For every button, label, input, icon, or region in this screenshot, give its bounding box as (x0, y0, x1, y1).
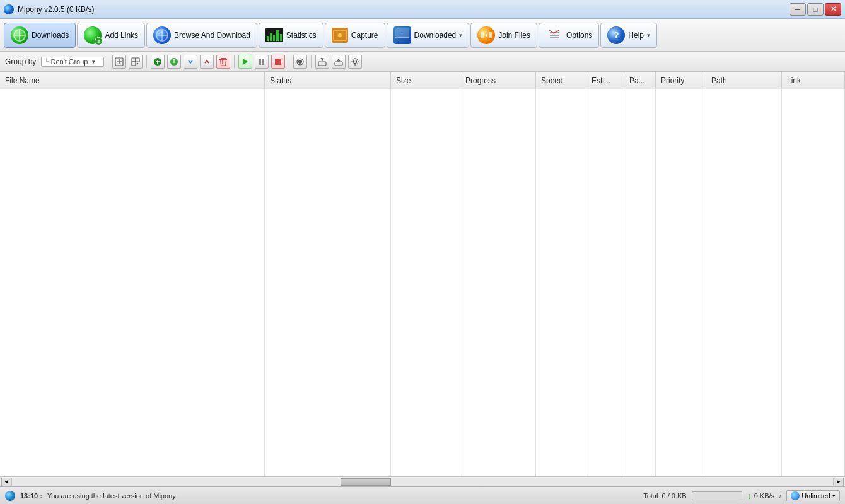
joinfiles-icon: ⟩ (477, 26, 495, 44)
col-header-parts[interactable]: Pa... (624, 72, 656, 89)
svg-rect-28 (318, 62, 326, 66)
statistics-button[interactable]: Statistics (259, 23, 323, 48)
move-down-button[interactable] (184, 55, 197, 69)
statistics-label: Statistics (286, 31, 317, 40)
downloaded-dropdown-arrow[interactable]: ▾ (459, 32, 462, 38)
help-icon: ? (607, 26, 625, 44)
col-header-filename[interactable]: File Name (0, 72, 265, 89)
total-progress-bar (692, 491, 742, 500)
group-by-value: Don't Group (50, 58, 88, 66)
add-url-button[interactable] (167, 55, 181, 69)
col-header-size[interactable]: Size (391, 72, 460, 89)
svg-rect-23 (259, 59, 261, 65)
svg-marker-22 (243, 59, 248, 65)
col-header-estimated[interactable]: Esti... (586, 72, 624, 89)
group-by-dropdown[interactable]: └ Don't Group ▾ (41, 57, 104, 67)
sub-toolbar-separator-5 (311, 55, 312, 68)
downloaded-label: Downloaded (414, 31, 457, 40)
status-icon (5, 491, 15, 501)
capture-icon (332, 28, 348, 43)
speed-arrow-icon: ↓ (747, 491, 752, 501)
add-links-icon: + (84, 26, 102, 44)
options-icon (545, 26, 563, 44)
minimize-button[interactable]: ─ (790, 3, 806, 16)
help-dropdown-arrow[interactable]: ▾ (647, 32, 650, 38)
downloads-label: Downloads (32, 31, 69, 40)
column-headers: File Name Status Size Progress Speed Est… (0, 72, 845, 89)
total-label: Total: 0 / 0 KB (643, 492, 686, 500)
downloaded-icon: ↓ (393, 26, 411, 44)
options-label: Options (566, 31, 592, 40)
add-group-button[interactable] (112, 55, 126, 69)
status-time: 13:10 : (20, 492, 42, 500)
move-up-button[interactable] (200, 55, 214, 69)
svg-point-27 (298, 60, 302, 64)
col-header-path[interactable]: Path (706, 72, 782, 89)
pause-all-button[interactable] (255, 55, 269, 69)
settings2-button[interactable] (348, 55, 362, 69)
col-header-link[interactable]: Link (782, 72, 845, 89)
col-header-status[interactable]: Status (265, 72, 391, 89)
unlimited-dropdown-arrow: ▾ (832, 493, 836, 499)
record-button[interactable] (293, 55, 307, 69)
col-header-progress[interactable]: Progress (460, 72, 536, 89)
horizontal-scrollbar[interactable]: ◄ ► (0, 476, 845, 486)
title-controls: ─ □ ✕ (790, 3, 841, 16)
capture-button[interactable]: Capture (325, 23, 385, 48)
help-button[interactable]: ? Help ▾ (600, 23, 657, 48)
speed-divider: / (779, 492, 781, 500)
title-bar: Mipony v2.0.5 (0 KB/s) ─ □ ✕ (0, 0, 845, 19)
sub-toolbar-separator-3 (234, 55, 235, 68)
svg-point-32 (354, 60, 357, 63)
sub-toolbar-separator-2 (146, 55, 147, 68)
svg-rect-9 (136, 58, 139, 62)
col-header-priority[interactable]: Priority (656, 72, 706, 89)
export-button[interactable] (315, 55, 329, 69)
svg-rect-8 (132, 58, 136, 62)
add-download-button[interactable] (151, 55, 165, 69)
sub-toolbar: Group by └ Don't Group ▾ (0, 52, 845, 72)
join-files-button[interactable]: ⟩ Join Files (470, 23, 537, 48)
delete-button[interactable] (216, 55, 230, 69)
group-by-arrow: ▾ (92, 59, 95, 65)
group-by-label: Group by (5, 57, 36, 66)
unlimited-label: Unlimited (801, 492, 830, 500)
browse-icon (153, 26, 171, 44)
col-header-speed[interactable]: Speed (536, 72, 586, 89)
close-button[interactable]: ✕ (825, 3, 841, 16)
options-button[interactable]: Options (539, 23, 599, 48)
unlimited-icon (791, 491, 800, 500)
stats-icon (265, 28, 283, 42)
downloads-button[interactable]: Downloads (4, 23, 76, 48)
maximize-button[interactable]: □ (807, 3, 824, 16)
scroll-left-button[interactable]: ◄ (1, 478, 11, 486)
downloaded-button[interactable]: ↓ Downloaded ▾ (387, 23, 470, 48)
import-button[interactable] (332, 55, 346, 69)
svg-rect-24 (262, 59, 264, 65)
scroll-track[interactable] (11, 478, 834, 486)
add-links-label: Add Links (105, 31, 138, 40)
join-files-label: Join Files (498, 31, 530, 40)
help-label: Help (628, 31, 644, 40)
browse-download-button[interactable]: Browse And Download (146, 23, 257, 48)
title-text: Mipony v2.0.5 (0 KB/s) (18, 5, 94, 14)
scroll-thumb[interactable] (341, 478, 391, 486)
scroll-right-button[interactable]: ► (834, 478, 844, 486)
resume-all-button[interactable] (238, 55, 252, 69)
add-links-button[interactable]: + Add Links (77, 23, 145, 48)
stop-all-button[interactable] (271, 55, 285, 69)
title-bar-left: Mipony v2.0.5 (0 KB/s) (4, 4, 94, 14)
remove-group-button[interactable] (129, 55, 143, 69)
unlimited-button[interactable]: Unlimited ▾ (786, 490, 840, 501)
main-toolbar: Downloads + Add Links Browse And Downloa… (0, 19, 845, 52)
status-message: You are using the latest version of Mipo… (47, 492, 341, 500)
sub-toolbar-separator-4 (289, 55, 289, 68)
browse-download-label: Browse And Download (174, 31, 250, 40)
sub-toolbar-separator-1 (108, 55, 108, 68)
svg-rect-25 (275, 59, 281, 65)
status-bar: 13:10 : You are using the latest version… (0, 486, 845, 504)
capture-label: Capture (351, 31, 378, 40)
svg-rect-10 (132, 62, 136, 66)
speed-value: 0 KB/s (754, 492, 774, 500)
speed-container: ↓ 0 KB/s (747, 491, 774, 501)
